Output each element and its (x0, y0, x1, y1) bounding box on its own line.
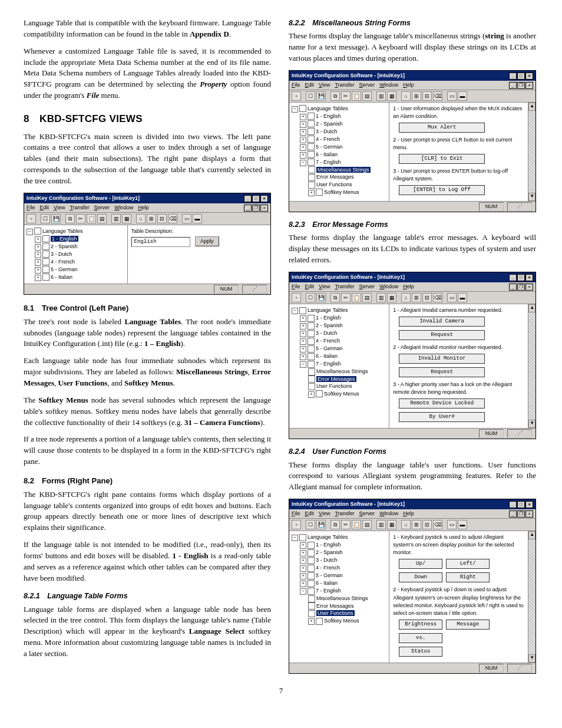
toolbar-icon[interactable]: 📋 (352, 520, 361, 529)
tree-root[interactable]: Language Tables (308, 307, 348, 313)
toolbar-icon[interactable]: ⌂ (401, 293, 411, 302)
toolbar-icon[interactable]: ⊟ (422, 91, 432, 101)
tree-item[interactable]: 7 - English (316, 159, 341, 165)
close-icon[interactable]: × (525, 73, 533, 80)
tree-root[interactable]: Language Tables (308, 534, 348, 540)
maximize-icon[interactable]: □ (517, 501, 525, 508)
toolbar-icon[interactable]: ⌂ (401, 91, 411, 101)
maximize-icon[interactable]: □ (517, 274, 525, 281)
toolbar-icon[interactable]: ⊟ (422, 520, 432, 529)
mdi-minimize-icon[interactable]: _ (509, 284, 517, 291)
toolbar-icon[interactable]: ⧉ (330, 520, 340, 529)
toolbar-icon[interactable]: ▭ (447, 520, 457, 529)
toolbar-icon[interactable]: ⌂ (401, 520, 411, 529)
tree-item[interactable]: Error Messages (316, 603, 354, 609)
menu-window[interactable]: Window (114, 204, 133, 212)
lcd-field[interactable]: Mux Alert (399, 123, 485, 133)
table-description-input[interactable]: English (131, 237, 190, 247)
tree-item[interactable]: Miscellaneous Strings (316, 595, 368, 601)
tree-root[interactable]: Language Tables (308, 106, 348, 111)
tree-item[interactable]: 5 - German (316, 345, 343, 351)
tree-item[interactable]: 5 - German (316, 572, 343, 578)
scroll-up-icon[interactable]: ▲ (528, 531, 535, 539)
toolbar-icon[interactable]: ⊟ (157, 214, 167, 223)
tree-item[interactable]: 3 - Dutch (316, 330, 338, 336)
toolbar-icon[interactable]: ▤ (362, 293, 372, 302)
toolbar-icon[interactable]: ▦ (387, 520, 396, 529)
tree-item-selected[interactable]: 1 - English (51, 236, 78, 242)
toolbar-icon[interactable]: ⊞ (412, 293, 421, 302)
menu-bar[interactable]: FileEditViewTransferServerWindowHelp (292, 510, 414, 518)
scroll-up-icon[interactable]: ▲ (528, 103, 535, 111)
tree-item[interactable]: 7 - English (316, 588, 341, 594)
toolbar-icon[interactable]: ☐ (306, 91, 315, 101)
toolbar-icon[interactable]: ✂ (341, 293, 351, 302)
lcd-field[interactable]: Left/ (446, 559, 490, 569)
menu-bar[interactable]: FileEditViewTransferServerWindowHelp (292, 81, 414, 89)
toolbar-icon[interactable]: ⊞ (412, 91, 421, 101)
toolbar-icon[interactable]: ⌫ (433, 91, 442, 101)
mdi-minimize-icon[interactable]: _ (509, 510, 517, 518)
lcd-field[interactable]: Status (399, 647, 442, 657)
maximize-icon[interactable]: □ (252, 195, 260, 202)
toolbar-icon[interactable]: ☐ (306, 520, 315, 529)
close-icon[interactable]: × (525, 501, 533, 508)
close-icon[interactable]: × (525, 274, 533, 281)
tree-item[interactable]: 6 - Italian (316, 353, 338, 359)
toolbar-open-icon[interactable]: ☐ (41, 214, 50, 223)
toolbar-icon[interactable]: 📋 (352, 293, 361, 302)
tree-item[interactable]: 4 - French (316, 338, 340, 344)
tree-item[interactable]: 5 - German (316, 144, 343, 150)
menu-bar[interactable]: FileEditViewTransferServerWindowHelp (292, 283, 414, 291)
toolbar-icon[interactable]: ▥ (376, 91, 386, 101)
toolbar-icon[interactable]: ⧉ (330, 293, 340, 302)
tree-item[interactable]: 6 - Italian (51, 274, 72, 280)
tree-control[interactable]: −Language Tables +1 - English +2 - Spani… (289, 304, 389, 428)
lcd-field[interactable]: By User# (399, 412, 485, 422)
tree-item[interactable]: 2 - Spanish (51, 243, 78, 249)
tree-item[interactable]: 1 - English (316, 542, 341, 548)
minimize-icon[interactable]: _ (509, 73, 517, 80)
toolbar-icon[interactable]: ⌫ (168, 214, 177, 223)
lcd-field[interactable]: Request (399, 367, 485, 377)
tree-item[interactable]: 3 - Dutch (316, 557, 338, 563)
toolbar-icon[interactable]: ▥ (111, 214, 121, 223)
toolbar-icon[interactable]: ▭ (447, 293, 457, 302)
mdi-close-icon[interactable]: × (525, 284, 533, 291)
tree-item[interactable]: 3 - Dutch (316, 129, 338, 134)
mdi-restore-icon[interactable]: ❐ (252, 205, 260, 212)
lcd-field[interactable]: Up/ (399, 559, 442, 569)
toolbar-icon[interactable]: ▦ (387, 293, 396, 302)
tree-item[interactable]: 5 - German (51, 266, 78, 272)
toolbar-icon[interactable]: 📋 (352, 91, 361, 101)
toolbar-icon[interactable]: ✂ (341, 520, 351, 529)
lcd-field[interactable]: vs. (399, 633, 442, 643)
lcd-field[interactable]: Invalid Camera (399, 317, 485, 327)
tree-item[interactable]: Softkey Menus (324, 391, 359, 397)
tree-item[interactable]: 4 - French (316, 136, 340, 142)
lcd-field[interactable]: Down (399, 572, 442, 582)
toolbar-icon[interactable]: ⌫ (433, 520, 442, 529)
tree-item[interactable]: 7 - English (316, 361, 341, 367)
scroll-down-icon[interactable]: ▼ (528, 654, 535, 663)
toolbar-icon[interactable]: ▬ (458, 520, 467, 529)
tree-item[interactable]: 1 - English (316, 315, 341, 321)
toolbar-icon[interactable]: 💾 (316, 91, 326, 101)
toolbar-icon[interactable]: ▤ (362, 520, 372, 529)
lcd-field[interactable]: [ENTER] to Log Off (399, 185, 485, 195)
tree-control[interactable]: −Language Tables +1 - English +2 - Spani… (289, 103, 389, 201)
toolbar-icon[interactable]: 💾 (316, 293, 326, 302)
toolbar-icon[interactable]: 💾 (316, 520, 326, 529)
tree-root[interactable]: Language Tables (42, 228, 82, 234)
mdi-close-icon[interactable]: × (525, 82, 533, 89)
toolbar-icon[interactable]: ▭ (182, 214, 191, 223)
tree-item[interactable]: Miscellaneous Strings (316, 368, 368, 374)
tree-item[interactable]: 3 - Dutch (51, 251, 72, 257)
tree-item[interactable]: 6 - Italian (316, 580, 338, 586)
toolbar-icon[interactable]: ▭ (447, 91, 457, 101)
toolbar-icon[interactable]: ▥ (376, 520, 386, 529)
tree-item[interactable]: User Functions (316, 182, 352, 187)
toolbar-icon[interactable]: ▫ (292, 520, 301, 529)
mdi-minimize-icon[interactable]: _ (244, 205, 252, 212)
lcd-field[interactable]: Remote Device Locked (399, 398, 485, 409)
